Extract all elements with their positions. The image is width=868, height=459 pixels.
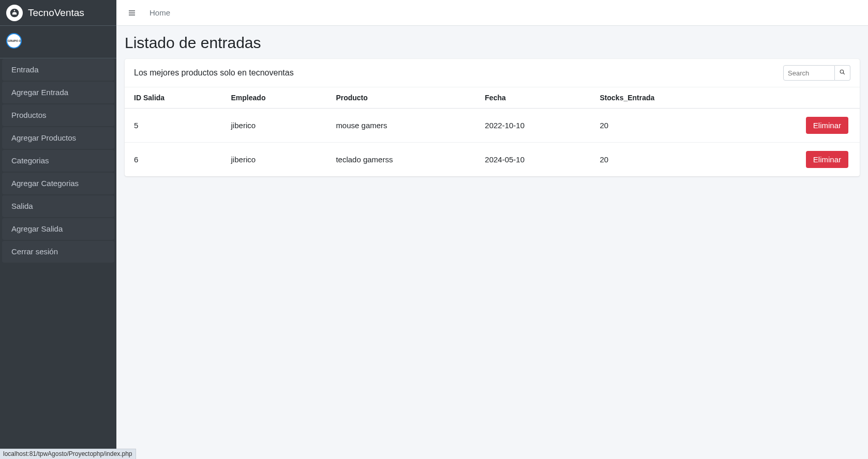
avatar[interactable]: GRUPO 3 (6, 33, 22, 49)
topbar: Home (116, 0, 868, 26)
status-bar-url: localhost:81/tpwAgosto/Proyectophp/index… (0, 449, 136, 459)
sidebar-item-label: Salida (11, 202, 33, 210)
brand-link[interactable]: TecnoVentas (0, 0, 116, 26)
card-header: Los mejores productos solo en tecnoventa… (125, 59, 860, 87)
sidebar-item-productos[interactable]: Productos (2, 104, 114, 126)
avatar-text: GRUPO 3 (8, 39, 21, 42)
main-area: Home Listado de entradas Los mejores pro… (116, 0, 868, 459)
cell-actions: Eliminar (735, 109, 860, 143)
search-button[interactable] (835, 65, 850, 81)
cell-stocks: 20 (591, 109, 736, 143)
brand-logo-icon (6, 5, 23, 21)
search-icon (839, 69, 846, 77)
table-row: 5 jiberico mouse gamers 2022-10-10 20 El… (125, 109, 860, 143)
col-actions (735, 87, 860, 109)
sidebar-item-cerrar-sesion[interactable]: Cerrar sesión (2, 241, 114, 263)
sidebar-item-label: Agregar Entrada (11, 88, 68, 97)
sidebar-item-label: Cerrar sesión (11, 247, 58, 256)
delete-button[interactable]: Eliminar (806, 117, 848, 134)
cell-stocks: 20 (591, 143, 736, 177)
sidebar-item-agregar-productos[interactable]: Agregar Productos (2, 127, 114, 149)
table-row: 6 jiberico teclado gamerss 2024-05-10 20… (125, 143, 860, 177)
col-empleado: Empleado (222, 87, 327, 109)
sidebar-item-label: Agregar Salida (11, 224, 63, 233)
breadcrumb-home[interactable]: Home (149, 8, 170, 17)
col-fecha: Fecha (475, 87, 590, 109)
col-producto: Producto (326, 87, 475, 109)
brand-text: TecnoVentas (28, 7, 84, 19)
sidebar-item-categorias[interactable]: Categorias (2, 150, 114, 172)
svg-line-4 (843, 73, 845, 74)
search-input[interactable] (783, 65, 835, 81)
cell-id: 6 (125, 143, 222, 177)
cell-empleado: jiberico (222, 143, 327, 177)
entries-card: Los mejores productos solo en tecnoventa… (125, 59, 860, 176)
sidebar-item-label: Entrada (11, 65, 39, 74)
page-title: Listado de entradas (125, 34, 860, 52)
sidebar-item-agregar-salida[interactable]: Agregar Salida (2, 218, 114, 240)
col-stocks: Stocks_Entrada (591, 87, 736, 109)
sidebar-nav: Entrada Agregar Entrada Productos Agrega… (0, 59, 116, 263)
cell-id: 5 (125, 109, 222, 143)
card-title: Los mejores productos solo en tecnoventa… (134, 68, 294, 78)
cell-actions: Eliminar (735, 143, 860, 177)
sidebar-item-salida[interactable]: Salida (2, 195, 114, 217)
sidebar-item-label: Agregar Categorias (11, 179, 79, 188)
cell-fecha: 2024-05-10 (475, 143, 590, 177)
sidebar-item-agregar-entrada[interactable]: Agregar Entrada (2, 82, 114, 103)
svg-point-3 (840, 70, 844, 73)
sidebar-item-label: Productos (11, 111, 47, 119)
sidebar-item-entrada[interactable]: Entrada (2, 59, 114, 81)
col-id: ID Salida (125, 87, 222, 109)
sidebar-item-label: Categorias (11, 156, 49, 165)
sidebar-item-label: Agregar Productos (11, 133, 76, 142)
table-header-row: ID Salida Empleado Producto Fecha Stocks… (125, 87, 860, 109)
cell-empleado: jiberico (222, 109, 327, 143)
user-panel: GRUPO 3 (0, 26, 116, 58)
delete-button[interactable]: Eliminar (806, 151, 848, 168)
entries-table: ID Salida Empleado Producto Fecha Stocks… (125, 87, 860, 176)
sidebar: TecnoVentas GRUPO 3 Entrada Agregar Entr… (0, 0, 116, 459)
content: Listado de entradas Los mejores producto… (116, 26, 868, 459)
cell-fecha: 2022-10-10 (475, 109, 590, 143)
hamburger-icon[interactable] (125, 6, 139, 20)
search-group (783, 65, 850, 81)
cell-producto: mouse gamers (326, 109, 475, 143)
sidebar-item-agregar-categorias[interactable]: Agregar Categorias (2, 173, 114, 194)
cell-producto: teclado gamerss (326, 143, 475, 177)
